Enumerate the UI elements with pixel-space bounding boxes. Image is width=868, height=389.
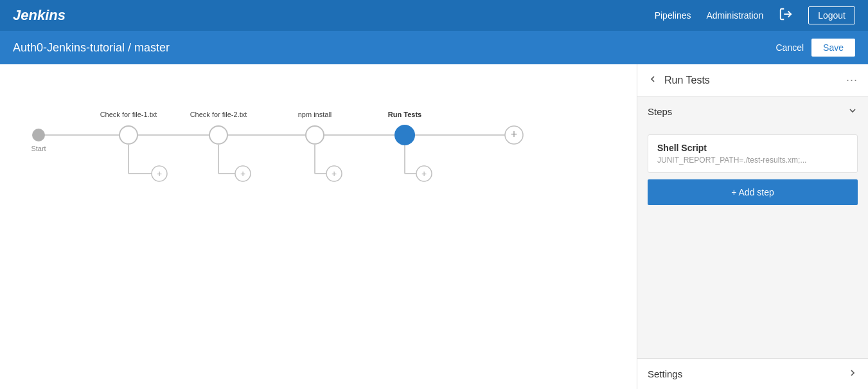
svg-text:+: + bbox=[421, 168, 427, 179]
start-label: Start bbox=[31, 145, 46, 152]
save-button[interactable]: Save bbox=[811, 39, 855, 57]
administration-link[interactable]: Administration bbox=[706, 10, 763, 21]
settings-section: Settings bbox=[637, 358, 868, 389]
steps-content: Shell Script JUNIT_REPORT_PATH=./test-re… bbox=[637, 127, 868, 213]
step-card-subtitle: JUNIT_REPORT_PATH=./test-results.xm;... bbox=[657, 156, 848, 165]
stage-3-label: npm install bbox=[298, 111, 332, 118]
stage-4-node[interactable] bbox=[394, 125, 415, 145]
steps-section-header[interactable]: Steps bbox=[637, 96, 868, 127]
stage-3-node[interactable] bbox=[306, 126, 324, 144]
svg-text:+: + bbox=[332, 168, 337, 179]
panel-title: Run Tests bbox=[664, 75, 710, 86]
sub-header: Auth0-Jenkins-tutorial / master Cancel S… bbox=[0, 31, 868, 64]
settings-header[interactable]: Settings bbox=[637, 359, 868, 389]
start-node bbox=[32, 129, 45, 141]
svg-text:+: + bbox=[511, 128, 518, 141]
svg-text:+: + bbox=[240, 168, 245, 179]
stage-1-node[interactable] bbox=[120, 126, 137, 144]
panel-header: Run Tests ··· bbox=[637, 64, 868, 96]
back-arrow-icon[interactable] bbox=[648, 74, 658, 87]
pipelines-link[interactable]: Pipelines bbox=[655, 10, 691, 21]
top-navigation: Jenkins Pipelines Administration Logout bbox=[0, 0, 868, 31]
stage-4-label: Run Tests bbox=[388, 111, 421, 118]
stage-2-node[interactable] bbox=[209, 126, 227, 144]
jenkins-logo: Jenkins bbox=[13, 7, 66, 24]
chevron-down-icon bbox=[847, 105, 858, 118]
svg-text:+: + bbox=[157, 168, 162, 179]
logout-button[interactable]: Logout bbox=[808, 6, 855, 24]
page-title: Auth0-Jenkins-tutorial / master bbox=[13, 41, 170, 55]
step-card-title: Shell Script bbox=[657, 143, 848, 153]
header-actions: Cancel Save bbox=[775, 39, 855, 57]
pipeline-diagram: Start Check for file-1.txt + Check for f… bbox=[0, 77, 553, 193]
panel-spacer bbox=[637, 213, 868, 358]
pipeline-canvas: Start Check for file-1.txt + Check for f… bbox=[0, 64, 637, 389]
add-step-button[interactable]: + Add step bbox=[648, 179, 858, 205]
main-area: Start Check for file-1.txt + Check for f… bbox=[0, 64, 868, 389]
chevron-right-icon bbox=[847, 368, 858, 380]
settings-label: Settings bbox=[648, 368, 682, 379]
steps-label: Steps bbox=[648, 106, 672, 117]
panel-header-left: Run Tests bbox=[648, 74, 710, 87]
stage-1-label: Check for file-1.txt bbox=[100, 111, 157, 118]
cancel-button[interactable]: Cancel bbox=[775, 42, 804, 53]
shell-script-card[interactable]: Shell Script JUNIT_REPORT_PATH=./test-re… bbox=[648, 134, 858, 173]
panel-menu-dots-icon[interactable]: ··· bbox=[846, 73, 858, 87]
stage-2-label: Check for file-2.txt bbox=[190, 111, 247, 118]
right-panel: Run Tests ··· Steps Shell Script JUNIT_R… bbox=[637, 64, 868, 389]
logout-icon[interactable] bbox=[779, 7, 793, 24]
